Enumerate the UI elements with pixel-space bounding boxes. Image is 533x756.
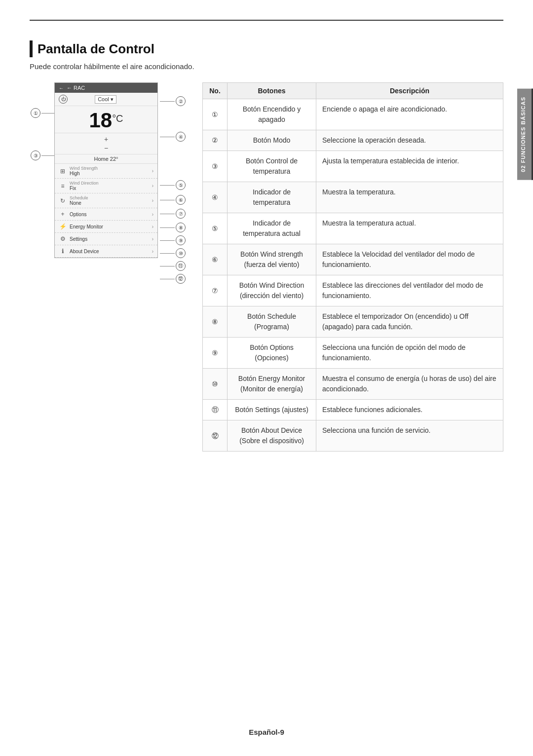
row-desc: Ajusta la temperatura establecida de int… <box>316 151 503 182</box>
energy-monitor-arrow: › <box>152 224 153 229</box>
callout-number-5: ⑤ <box>176 180 186 190</box>
row-desc: Establece las direcciones del ventilador… <box>316 275 503 306</box>
table-row: ⑩ Botón Energy Monitor (Monitor de energ… <box>203 369 503 400</box>
menu-about-device[interactable]: ℹ About Device › <box>55 245 157 258</box>
temp-controls: + − <box>55 133 157 154</box>
wind-strength-sub: Wind Strength <box>70 166 149 171</box>
table-container: No. Botones Descripción ① Botón Encendid… <box>202 82 503 452</box>
callout-4-right: ④ <box>160 132 186 142</box>
temp-plus-btn[interactable]: + <box>104 135 108 143</box>
power-button[interactable]: ⏻ <box>59 95 68 104</box>
energy-monitor-label: Energy Monitor <box>70 224 149 229</box>
device-and-right-callouts: ← ← RAC ⏻ Cool ▾ 18°C + <box>54 82 158 258</box>
device-header: ← ← RAC <box>55 83 157 93</box>
temp-display: 18°C <box>55 106 157 133</box>
wind-strength-icon: ⊞ <box>59 167 67 175</box>
table-row: ⑪ Botón Settings (ajustes) Establece fun… <box>203 400 503 420</box>
menu-wind-direction[interactable]: ≡ Wind Direction Fix › <box>55 179 157 193</box>
page-content: Pantalla de Control Puede controlar hábi… <box>0 21 533 471</box>
callout-number-10: ⑩ <box>176 248 186 258</box>
row-num: ⑧ <box>203 306 228 338</box>
wind-direction-arrow: › <box>152 183 153 189</box>
about-device-icon: ℹ <box>59 247 67 255</box>
header-no: No. <box>203 83 228 99</box>
row-num: ④ <box>203 182 228 213</box>
callout-7-right: ⑦ <box>160 209 186 219</box>
settings-arrow: › <box>152 236 153 242</box>
menu-options[interactable]: + Options › <box>55 208 157 221</box>
row-num: ⑦ <box>203 275 228 306</box>
callout-line-2 <box>160 101 175 102</box>
temperature-value: 18 <box>89 109 112 132</box>
menu-wind-strength[interactable]: ⊞ Wind Strength High › <box>55 164 157 179</box>
row-button: Botón Wind Direction (dirección del vien… <box>228 275 316 306</box>
row-desc: Muestra el consumo de energía (u horas d… <box>316 369 503 400</box>
row-num: ① <box>203 99 228 130</box>
table-row: ④ Indicador de temperatura Muestra la te… <box>203 182 503 213</box>
callout-line-11 <box>160 266 175 266</box>
row-num: ⑤ <box>203 213 228 244</box>
table-row: ⑦ Botón Wind Direction (dirección del vi… <box>203 275 503 306</box>
row-desc: Selecciona una función de opción del mod… <box>316 338 503 369</box>
callout-2-right: ② <box>160 96 186 106</box>
settings-label: Settings <box>70 236 149 242</box>
about-device-arrow: › <box>152 249 153 254</box>
left-callouts: ① ③ <box>30 82 54 258</box>
options-arrow: › <box>152 212 153 217</box>
callout-line-9 <box>160 240 175 241</box>
schedule-value: None <box>70 200 149 206</box>
row-button: Indicador de temperatura actual <box>228 213 316 244</box>
table-row: ⑥ Botón Wind strength (fuerza del viento… <box>203 244 503 275</box>
callout-number-1: ① <box>31 108 40 118</box>
wind-direction-icon: ≡ <box>59 182 67 190</box>
schedule-icon: ↻ <box>59 197 67 205</box>
wind-strength-arrow: › <box>152 168 153 174</box>
callout-number-3: ③ <box>31 151 40 160</box>
settings-icon: ⚙ <box>59 235 67 243</box>
header-descripcion: Descripción <box>316 83 503 99</box>
menu-settings[interactable]: ⚙ Settings › <box>55 233 157 245</box>
callout-line-7 <box>160 214 175 214</box>
energy-monitor-icon: ⚡ <box>59 223 67 230</box>
device-mockup-wrapper: ① ③ ← ← RAC ⏻ <box>30 82 158 258</box>
callout-number-7: ⑦ <box>176 209 186 219</box>
table-row: ③ Botón Control de temperatura Ajusta la… <box>203 151 503 182</box>
cool-mode-selector[interactable]: Cool ▾ <box>95 95 116 104</box>
schedule-arrow: › <box>152 198 153 203</box>
menu-energy-monitor[interactable]: ⚡ Energy Monitor › <box>55 221 157 233</box>
row-num: ⑩ <box>203 369 228 400</box>
callout-1-left: ① <box>31 108 56 118</box>
wind-direction-value: Fix <box>70 186 149 191</box>
row-desc: Seleccione la operación deseada. <box>316 130 503 151</box>
header-botones: Botones <box>228 83 316 99</box>
row-num: ② <box>203 130 228 151</box>
callout-line-6 <box>160 200 175 200</box>
callout-number-12: ⑫ <box>176 274 186 284</box>
wind-direction-sub: Wind Direction <box>70 181 149 186</box>
menu-schedule[interactable]: ↻ Schedule None › <box>55 193 157 208</box>
callout-number-8: ⑧ <box>176 223 186 232</box>
callout-3-left: ③ <box>31 151 56 160</box>
row-desc: Establece funciones adicionales. <box>316 400 503 420</box>
device-screen: ← ← RAC ⏻ Cool ▾ 18°C + <box>54 82 158 258</box>
callout-12-right: ⑫ <box>160 274 186 284</box>
row-num: ⑪ <box>203 400 228 420</box>
callout-number-2: ② <box>176 96 186 106</box>
row-desc: Muestra la temperatura. <box>316 182 503 213</box>
callout-11-right: ⑪ <box>160 261 186 271</box>
mode-row: ⏻ Cool ▾ <box>55 93 157 106</box>
callout-9-right: ⑨ <box>160 235 186 245</box>
table-row: ⑨ Botón Options (Opciones) Selecciona un… <box>203 338 503 369</box>
callout-6-right: ⑥ <box>160 195 186 205</box>
table-row: ⑧ Botón Schedule (Programa) Establece el… <box>203 306 503 338</box>
subtitle-text: Puede controlar hábilmente el aire acond… <box>30 62 503 71</box>
callout-line-4 <box>160 137 175 137</box>
callout-line-12 <box>160 279 175 279</box>
row-desc: Selecciona una función de servicio. <box>316 420 503 452</box>
row-button: Botón Energy Monitor (Monitor de energía… <box>228 369 316 400</box>
row-desc: Muestra la temperatura actual. <box>316 213 503 244</box>
callout-number-11: ⑪ <box>176 261 186 271</box>
row-button: Indicador de temperatura <box>228 182 316 213</box>
temp-minus-btn[interactable]: − <box>104 144 108 152</box>
options-label: Options <box>70 212 149 217</box>
